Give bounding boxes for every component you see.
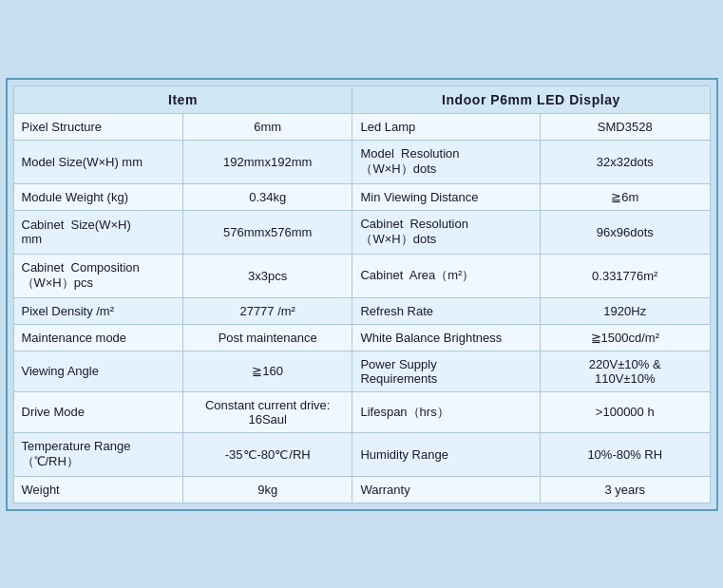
table-row: Cabinet Size(W×H) mm576mmx576mmCabinet R… [13,210,710,254]
spec-label-2-6: White Balance Brightness [352,324,541,351]
table-row: Viewing Angle≧160Power Supply Requiremen… [13,351,710,391]
spec-value-1-7: ≧160 [182,351,352,391]
table-row: Pixel Density /m²27777 /m²Refresh Rate19… [13,297,710,324]
table-row: Model Size(W×H) mm192mmx192mmModel Resol… [13,140,710,183]
spec-label-2-0: Led Lamp [352,113,541,140]
spec-label-1-7: Viewing Angle [13,351,182,391]
spec-label-1-6: Maintenance mode [13,324,182,351]
spec-value-2-6: ≧1500cd/m² [541,324,710,351]
spec-label-1-10: Weight [13,476,182,503]
spec-value-1-8: Constant current drive: 16Saul [182,391,352,432]
spec-value-2-8: >100000 h [541,391,710,432]
spec-label-2-2: Min Viewing Distance [352,183,541,210]
table-row: Weight9kgWarranty3 years [13,476,710,503]
spec-value-2-10: 3 years [541,476,710,503]
spec-label-2-3: Cabinet Resolution （W×H）dots [352,210,541,254]
table-row: Pixel Structure6mmLed LampSMD3528 [13,113,710,140]
spec-value-1-5: 27777 /m² [182,297,352,324]
spec-value-1-9: -35℃-80℃/RH [182,432,352,476]
spec-value-1-0: 6mm [182,113,352,140]
spec-value-2-5: 1920Hz [541,297,710,324]
spec-label-1-8: Drive Mode [13,391,182,432]
spec-value-1-4: 3x3pcs [182,254,352,297]
spec-label-1-3: Cabinet Size(W×H) mm [13,210,182,254]
spec-value-2-1: 32x32dots [541,140,710,183]
spec-label-2-5: Refresh Rate [352,297,541,324]
spec-label-2-8: Lifespan（hrs） [352,391,541,432]
table-row: Cabinet Composition （W×H）pcs3x3pcsCabine… [13,254,710,297]
header-item: Item [13,85,352,113]
spec-value-2-4: 0.331776m² [541,254,710,297]
table-row: Temperature Range （℃/RH）-35℃-80℃/RHHumid… [13,432,710,476]
spec-value-1-3: 576mmx576mm [182,210,352,254]
spec-value-2-0: SMD3528 [541,113,710,140]
spec-value-2-2: ≧6m [541,183,710,210]
spec-table: Item Indoor P6mm LED Display Pixel Struc… [13,85,711,503]
spec-value-1-10: 9kg [182,476,352,503]
spec-label-1-4: Cabinet Composition （W×H）pcs [13,254,182,297]
spec-value-2-9: 10%-80% RH [541,432,710,476]
spec-label-1-5: Pixel Density /m² [13,297,182,324]
table-row: Drive ModeConstant current drive: 16Saul… [13,391,710,432]
spec-label-2-4: Cabinet Area（m²） [352,254,541,297]
header-spec: Indoor P6mm LED Display [352,85,710,113]
table-row: Maintenance modePost maintenanceWhite Ba… [13,324,710,351]
spec-label-1-0: Pixel Structure [13,113,182,140]
spec-value-2-7: 220V±10% & 110V±10% [541,351,710,391]
spec-value-2-3: 96x96dots [541,210,710,254]
spec-label-1-1: Model Size(W×H) mm [13,140,182,183]
spec-label-2-10: Warranty [352,476,541,503]
outer-container: Item Indoor P6mm LED Display Pixel Struc… [6,78,718,511]
spec-value-1-2: 0.34kg [182,183,352,210]
spec-label-2-1: Model Resolution （W×H）dots [352,140,541,183]
table-row: Module Weight (kg)0.34kgMin Viewing Dist… [13,183,710,210]
spec-value-1-1: 192mmx192mm [182,140,352,183]
spec-label-2-9: Humidity Range [352,432,541,476]
spec-value-1-6: Post maintenance [182,324,352,351]
spec-label-1-2: Module Weight (kg) [13,183,182,210]
spec-label-1-9: Temperature Range （℃/RH） [13,432,182,476]
spec-label-2-7: Power Supply Requirements [352,351,541,391]
